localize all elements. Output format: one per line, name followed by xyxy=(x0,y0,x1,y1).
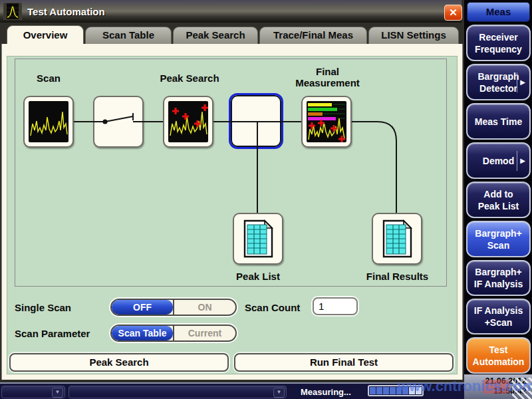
tab-bar: Overview Scan Table Peak Search Trace/Fi… xyxy=(1,24,463,44)
tab-lisn-settings[interactable]: LISN Settings xyxy=(368,27,459,44)
softkey-receiver-frequency[interactable]: Receiver Frequency xyxy=(466,25,531,61)
softkey-test-automation[interactable]: Test Automation xyxy=(466,337,531,374)
peak-search-label: Peak Search xyxy=(153,72,226,84)
scan-parameter-toggle: Scan Table Current xyxy=(110,325,237,342)
scan-trace-icon xyxy=(29,101,68,142)
final-measurement-node[interactable] xyxy=(301,96,352,148)
scan-parameter-scan-table-option[interactable]: Scan Table xyxy=(112,326,173,340)
resize-grip-icon xyxy=(512,378,532,399)
progress-segment xyxy=(409,387,415,394)
titlebar: Test Automation xyxy=(0,0,462,23)
progress-segment xyxy=(416,387,422,394)
softkey-meas-time[interactable]: Meas Time xyxy=(466,103,531,140)
single-scan-label: Single Scan xyxy=(15,302,71,313)
submenu-arrow-icon: ▶ xyxy=(517,151,527,171)
softkey-demod[interactable]: Demod ▶ xyxy=(466,142,531,179)
dropdown-arrow-icon: ▼ xyxy=(273,388,285,398)
scan-label: Scan xyxy=(23,72,74,84)
progress-segment xyxy=(383,387,389,394)
single-scan-toggle: OFF ON xyxy=(110,299,237,316)
peak-search-node[interactable] xyxy=(163,96,213,148)
progress-segment xyxy=(376,387,382,394)
window-title: Test Automation xyxy=(27,6,105,17)
progress-segment xyxy=(396,387,402,394)
tab-trace-final-meas[interactable]: Trace/Final Meas xyxy=(259,27,367,44)
switch-node[interactable] xyxy=(93,96,144,148)
peak-list-document-icon xyxy=(242,219,274,258)
close-icon: ✕ xyxy=(449,7,458,18)
final-results-label: Final Results xyxy=(359,271,436,282)
tab-overview[interactable]: Overview xyxy=(7,25,84,44)
close-button[interactable]: ✕ xyxy=(444,5,462,21)
softkey-bargraph-if-analysis[interactable]: Bargraph+ IF Analysis xyxy=(466,260,531,296)
measuring-status: Measuring... xyxy=(301,387,351,397)
status-dropdown-left[interactable]: ▼ xyxy=(1,386,65,398)
scan-node[interactable] xyxy=(23,96,74,148)
run-final-test-button[interactable]: Run Final Test xyxy=(234,353,454,372)
peak-list-label: Peak List xyxy=(225,271,291,282)
meas-menu-header: Meas xyxy=(467,2,530,22)
single-scan-on-option[interactable]: ON xyxy=(173,300,235,315)
softkey-add-to-peak-list[interactable]: Add to Peak List xyxy=(466,182,531,218)
status-dropdown-main[interactable]: ▼ xyxy=(68,386,287,398)
scan-parameter-label: Scan Parameter xyxy=(15,328,90,339)
final-measurement-icon xyxy=(307,101,346,142)
scan-count-input[interactable] xyxy=(313,297,358,315)
softkey-bargraph-scan[interactable]: Bargraph+ Scan xyxy=(466,221,531,257)
softkey-label: Demod xyxy=(483,155,514,167)
final-results-node[interactable] xyxy=(372,213,422,265)
progress-segment xyxy=(402,387,408,394)
scan-count-label: Scan Count xyxy=(245,302,300,313)
peak-search-button[interactable]: Peak Search xyxy=(9,353,229,372)
spectrum-peak-icon xyxy=(3,3,22,20)
junction-node[interactable] xyxy=(231,95,281,147)
softkey-bargraph-detector[interactable]: Bargraph Detector ▶ xyxy=(466,64,531,100)
screen: Test Automation ✕ Overview Scan Table Pe… xyxy=(0,0,532,399)
scan-parameter-current-option[interactable]: Current xyxy=(173,326,235,340)
dropdown-arrow-icon: ▼ xyxy=(52,388,63,398)
softkey-label: Bargraph Detector xyxy=(477,70,519,94)
submenu-arrow-icon: ▶ xyxy=(517,72,527,92)
tab-scan-table[interactable]: Scan Table xyxy=(85,27,172,44)
final-results-document-icon xyxy=(381,219,413,258)
peak-list-node[interactable] xyxy=(233,213,283,265)
progress-segment xyxy=(390,387,396,394)
progress-bar xyxy=(368,385,424,396)
tab-peak-search[interactable]: Peak Search xyxy=(173,27,258,44)
peak-search-trace-icon xyxy=(168,101,208,142)
softkey-if-analysis-scan[interactable]: IF Analysis +Scan xyxy=(466,299,531,334)
final-measurement-label: Final Measurement xyxy=(279,66,376,88)
progress-segment xyxy=(370,387,376,394)
single-scan-off-option[interactable]: OFF xyxy=(112,300,173,315)
